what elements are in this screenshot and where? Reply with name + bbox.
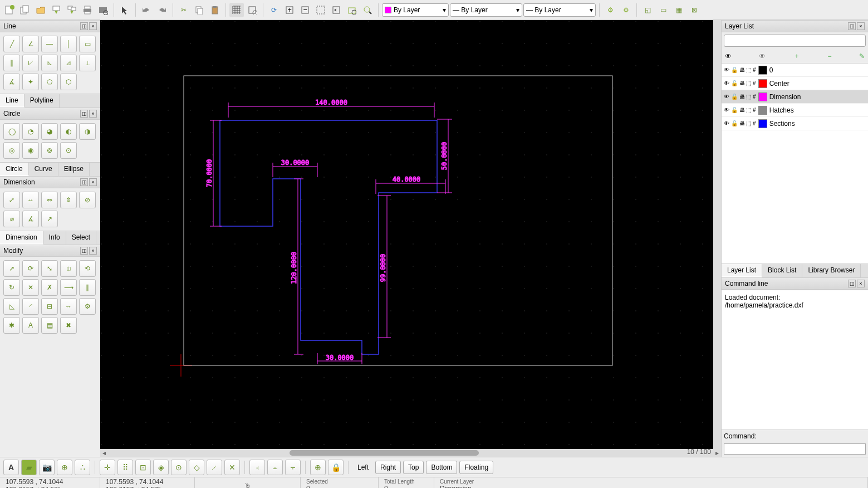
window-max-button[interactable]: ◱ (640, 3, 655, 17)
dim-diametric-tool[interactable]: ⌀ (3, 211, 20, 227)
layer-row[interactable]: 👁 🔓 🖶 ⬚ #0 (722, 64, 868, 77)
circle-tan2-tool[interactable]: ◉ (22, 142, 39, 159)
divide-tool[interactable]: ⊟ (41, 298, 58, 315)
image-button[interactable]: 📷 (39, 460, 55, 475)
undo-button[interactable] (139, 3, 154, 17)
dock-floating-button[interactable]: Floating (459, 461, 493, 474)
line-bisector-tool[interactable]: ⩗ (22, 55, 39, 71)
window-min-button[interactable]: ▭ (656, 3, 670, 17)
cut-button[interactable]: ✂ (176, 3, 191, 17)
point-button[interactable]: ⊕ (57, 460, 72, 475)
rotate2-tool[interactable]: ↻ (3, 279, 20, 296)
zoom-out-button[interactable]: − (298, 3, 312, 17)
hatch-tool[interactable]: ▤ (41, 317, 58, 334)
layer-row[interactable]: 👁 🔓 🖶 ⬚ #Hatches (722, 104, 868, 117)
restrict-ortho-button[interactable]: ⫠ (267, 460, 283, 475)
line-horizontal-tool[interactable]: — (41, 36, 58, 52)
zoom-in-button[interactable]: + (282, 3, 297, 17)
panel-float-icon[interactable]: ◫ (848, 280, 856, 287)
text-tool[interactable]: A (22, 317, 39, 334)
layer-filter-input[interactable] (724, 35, 866, 47)
circle-center-tool[interactable]: ◯ (3, 123, 20, 140)
show-all-layers-icon[interactable]: 👁 (725, 52, 732, 60)
circle-diameter-tool[interactable]: ◑ (79, 123, 96, 140)
line-vertical-tool[interactable]: │ (60, 36, 77, 52)
draft-mode-button[interactable] (245, 3, 259, 17)
dim-radial-tool[interactable]: ⊘ (79, 192, 96, 208)
remove-layer-icon[interactable]: − (827, 52, 831, 60)
app-prefs-button[interactable]: ⚙ (619, 3, 633, 17)
lineweight-combo[interactable]: — By Layer▾ (450, 3, 522, 17)
circle-3points-tool[interactable]: ◕ (41, 123, 58, 140)
tab-info[interactable]: Info (43, 231, 66, 245)
panel-float-icon[interactable]: ◫ (80, 247, 88, 255)
restrict-nothing-button[interactable]: ⫞ (249, 460, 265, 475)
command-input[interactable] (724, 443, 866, 455)
layer-row[interactable]: 👁 🔓 🖶 ⬚ #Dimension (722, 90, 868, 104)
bevel-tool[interactable]: ◺ (3, 298, 20, 315)
line-polygon-tool[interactable]: ⬠ (41, 74, 58, 90)
panel-close-icon[interactable]: × (89, 110, 97, 118)
grid-toggle-button[interactable] (229, 3, 244, 17)
line-tangent2-tool[interactable]: ⊿ (60, 55, 77, 71)
horizontal-scrollbar[interactable]: ◂ ▸ 10 / 100 (100, 449, 721, 457)
add-layer-icon[interactable]: ＋ (793, 51, 800, 61)
copy-button[interactable] (192, 3, 207, 17)
moverotate-tool[interactable]: ⟲ (79, 260, 96, 277)
line-2points-tool[interactable]: ╱ (3, 36, 20, 52)
panel-close-icon[interactable]: × (89, 247, 97, 255)
dim-angular-tool[interactable]: ∡ (22, 211, 39, 227)
stretch-tool[interactable]: ↔ (60, 298, 77, 315)
properties-tool[interactable]: ⚙ (79, 298, 96, 315)
save-button[interactable] (49, 3, 63, 17)
lengthen-tool[interactable]: ⟶ (60, 279, 77, 296)
new-file-button[interactable] (2, 3, 17, 17)
snap-on-entity-button[interactable]: ◈ (153, 460, 169, 475)
snap-middle-button[interactable]: ◇ (189, 460, 204, 475)
window-close-button[interactable]: ⊠ (687, 3, 702, 17)
panel-close-icon[interactable]: × (857, 280, 865, 287)
line-rectangle-tool[interactable]: ▭ (79, 36, 96, 52)
line-parallel-tool[interactable]: ∥ (3, 55, 20, 71)
snap-center-button[interactable]: ⊙ (171, 460, 187, 475)
tab-line[interactable]: Line (0, 94, 24, 108)
move-tool[interactable]: ↗ (3, 260, 20, 277)
line-angle-tool[interactable]: ∠ (22, 36, 39, 52)
trim-tool[interactable]: ✕ (22, 279, 39, 296)
panel-float-icon[interactable]: ◫ (848, 22, 856, 30)
dim-leader-tool[interactable]: ↗ (41, 211, 58, 227)
hide-all-layers-icon[interactable]: 👁 (759, 52, 766, 60)
snap-grid-button[interactable]: ⠿ (117, 460, 133, 475)
snap-endpoint-button[interactable]: ⊡ (135, 460, 151, 475)
tab-blocklist[interactable]: Block List (762, 264, 802, 277)
relative-zero-button[interactable]: ⊕ (310, 460, 326, 475)
trim2-tool[interactable]: ✗ (41, 279, 58, 296)
snap-free-button[interactable]: ✛ (100, 460, 115, 475)
scale-tool[interactable]: ⤡ (41, 260, 58, 277)
print-button[interactable] (80, 3, 95, 17)
line-polygon2-tool[interactable]: ⬡ (60, 74, 77, 90)
layer-row[interactable]: 👁 🔓 🖶 ⬚ #Center (722, 77, 868, 90)
tab-library[interactable]: Library Browser (802, 264, 861, 277)
circle-tan3-tool[interactable]: ⊚ (41, 142, 58, 159)
color-combo[interactable]: By Layer▾ (382, 3, 449, 17)
mtext-button[interactable]: A (3, 460, 19, 475)
dock-bottom-button[interactable]: Bottom (426, 461, 457, 474)
tab-curve[interactable]: Curve (29, 163, 58, 176)
rotate-tool[interactable]: ⟳ (22, 260, 39, 277)
delete-tool[interactable]: ✖ (60, 317, 77, 334)
circle-2points-tool[interactable]: ◔ (22, 123, 39, 140)
pointer-button[interactable] (117, 3, 132, 17)
new-window-button[interactable] (18, 3, 32, 17)
panel-float-icon[interactable]: ◫ (80, 22, 88, 30)
window-tile-button[interactable]: ▦ (671, 3, 686, 17)
line-orthogonal-tool[interactable]: ⟂ (79, 55, 96, 71)
tab-circle[interactable]: Circle (0, 163, 29, 176)
save-as-button[interactable] (65, 3, 79, 17)
vertical-scrollbar[interactable] (713, 20, 721, 449)
dim-linear-tool[interactable]: ↔ (22, 192, 39, 208)
dock-left-button[interactable]: Left (353, 461, 373, 474)
circle-radius-tool[interactable]: ◐ (60, 123, 77, 140)
round-tool[interactable]: ◜ (22, 298, 39, 315)
dim-vertical-tool[interactable]: ⇕ (60, 192, 77, 208)
